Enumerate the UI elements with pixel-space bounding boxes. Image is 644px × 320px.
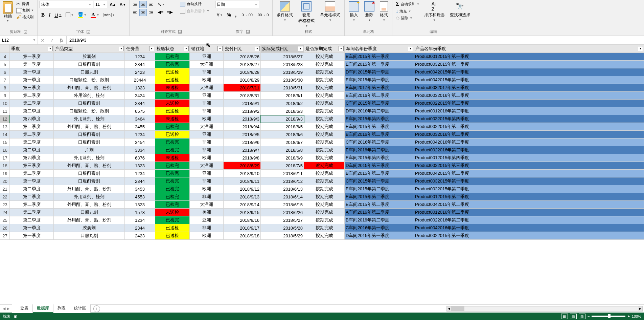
- cell[interactable]: 2018/6/26: [261, 209, 304, 216]
- cell[interactable]: A车间2016年第二季度: [345, 209, 414, 216]
- cell[interactable]: 口服丸剂: [54, 232, 125, 240]
- table-row[interactable]: 8第三季度外用酊、膏、贴、粉剂1323未送检大洋洲2018/7/112018/5…: [0, 84, 644, 92]
- cell[interactable]: 非洲: [190, 68, 224, 76]
- align-center-button[interactable]: [139, 9, 147, 16]
- cell[interactable]: 2018/9/13: [224, 193, 261, 201]
- cell[interactable]: C车间2015年第二季度: [345, 100, 414, 107]
- cell[interactable]: 按期完成: [304, 68, 345, 76]
- cell[interactable]: Product0042015年第二季度: [414, 170, 644, 177]
- cell[interactable]: 2018/8/29: [224, 76, 261, 84]
- insert-button[interactable]: 插入▼: [347, 1, 361, 22]
- cell[interactable]: 按期完成: [304, 76, 345, 84]
- align-left-button[interactable]: [132, 9, 139, 16]
- cell[interactable]: B车间2015年第二季度: [345, 170, 414, 177]
- cell[interactable]: 6876: [125, 154, 155, 162]
- filter-dropdown-icon[interactable]: ▼: [298, 46, 303, 51]
- cell[interactable]: 3424: [125, 92, 155, 100]
- table-row[interactable]: 26第一季度胶囊剂2344已送检非洲2018/9/172018/5/28按期完成…: [0, 224, 644, 232]
- cell[interactable]: 2018/6/7: [261, 138, 304, 146]
- cell[interactable]: 第二季度: [10, 193, 54, 201]
- cell[interactable]: 胶囊剂: [54, 224, 125, 232]
- cell[interactable]: E车间2015年第一季度: [345, 61, 414, 68]
- cell[interactable]: 2344: [125, 61, 155, 68]
- increase-decimal-button[interactable]: .0→.00: [239, 11, 254, 19]
- cell[interactable]: C车间2016年第一季度: [345, 224, 414, 232]
- cell[interactable]: Product0022015年第一季度: [414, 232, 644, 240]
- table-row[interactable]: 13第二季度外用酊、膏、贴、粉剂3455已检完大洋洲2018/9/42018/6…: [0, 123, 644, 131]
- cell[interactable]: 外用酊、膏、贴、粉剂: [54, 216, 125, 224]
- cell-status[interactable]: 未送检: [155, 84, 190, 92]
- align-bottom-button[interactable]: [147, 1, 155, 8]
- cell[interactable]: 3453: [125, 185, 155, 193]
- decrease-indent-button[interactable]: ◀≡: [156, 8, 165, 16]
- dialog-launcher[interactable]: [246, 30, 250, 34]
- cell[interactable]: 按期完成: [304, 216, 345, 224]
- row-header[interactable]: 23: [0, 201, 10, 209]
- align-top-button[interactable]: [132, 1, 139, 8]
- cell[interactable]: 23444: [125, 76, 155, 84]
- cell-status[interactable]: 已检完: [155, 193, 190, 201]
- normal-view-button[interactable]: ▦: [561, 314, 568, 319]
- cell[interactable]: 2018/9/6: [224, 138, 261, 146]
- cell[interactable]: 口服丸剂: [54, 209, 125, 216]
- cell[interactable]: 外用酊、膏、贴、粉剂: [54, 201, 125, 209]
- font-increase-button[interactable]: A▴: [108, 1, 117, 8]
- format-button[interactable]: 格式▼: [378, 1, 390, 22]
- table-row[interactable]: 24第二季度口服丸剂1578未送检美洲2018/9/152018/6/26按期完…: [0, 209, 644, 216]
- column-header[interactable]: 实际完成日期▼: [261, 45, 304, 53]
- cell[interactable]: 按期完成: [304, 154, 345, 162]
- cell-style-button[interactable]: 单元格样式▼: [318, 1, 342, 22]
- cell[interactable]: 口服丸剂: [54, 68, 125, 76]
- filter-dropdown-icon[interactable]: ▼: [217, 46, 223, 51]
- cell[interactable]: 2018/9/3: [261, 115, 304, 123]
- column-header[interactable]: 产品类型▼: [54, 45, 125, 53]
- cell[interactable]: 4553: [125, 193, 155, 201]
- zoom-out-button[interactable]: −: [588, 314, 590, 318]
- column-header[interactable]: 产品名年份季度▼: [414, 45, 644, 53]
- cell[interactable]: 欧洲: [190, 115, 224, 123]
- cell[interactable]: 2018/9/1: [224, 100, 261, 107]
- dialog-launcher[interactable]: [24, 30, 27, 34]
- cell[interactable]: Product0032015年第四季度: [414, 115, 644, 123]
- cell[interactable]: 2018/9/17: [224, 224, 261, 232]
- table-row[interactable]: 23第二季度外用酊、膏、贴、粉剂1323已检完大洋洲2018/9/142018/…: [0, 201, 644, 209]
- cell[interactable]: 第二季度: [10, 123, 54, 131]
- row-header[interactable]: 10: [0, 100, 10, 107]
- cell[interactable]: 第一季度: [10, 68, 54, 76]
- row-header[interactable]: 7: [0, 76, 10, 84]
- cell[interactable]: D车间2018年第二季度: [345, 107, 414, 115]
- cell[interactable]: Product0032017年第三季度: [414, 84, 644, 92]
- cell[interactable]: 非洲: [190, 138, 224, 146]
- dialog-launcher[interactable]: [87, 30, 90, 34]
- column-header[interactable]: 是否按期完成▼: [304, 45, 345, 53]
- cell[interactable]: 第一季度: [10, 232, 54, 240]
- row-header[interactable]: 6: [0, 68, 10, 76]
- select-all-cell[interactable]: [0, 45, 10, 53]
- table-row[interactable]: 20第一季度口服酊膏剂2344已检完非洲2018/9/112018/6/12按期…: [0, 177, 644, 185]
- cell[interactable]: 亚洲: [190, 216, 224, 224]
- cell[interactable]: 2018/9/3: [224, 115, 261, 123]
- cell[interactable]: 外用酊、膏、贴、粉剂: [54, 123, 125, 131]
- cell[interactable]: 2423: [125, 232, 155, 240]
- table-row[interactable]: 18第三季度外用酊、膏、贴、粉剂1323已检完大洋洲2018/6/292018/…: [0, 162, 644, 170]
- filter-dropdown-icon[interactable]: ▼: [339, 46, 344, 51]
- cell[interactable]: 口服颗粒、粉、散剂: [54, 107, 125, 115]
- cell[interactable]: 第二季度: [10, 138, 54, 146]
- cell[interactable]: 2018/6/15: [261, 201, 304, 209]
- cell[interactable]: 2018/5/27: [261, 53, 304, 61]
- cell[interactable]: 非洲: [190, 100, 224, 107]
- cell[interactable]: 2018/9/5: [224, 131, 261, 138]
- align-right-button[interactable]: [147, 9, 155, 16]
- currency-button[interactable]: ▼: [215, 11, 225, 19]
- worksheet-grid[interactable]: 季度▼产品类型▼任务量▼检验状态▼销往地▼交付日期▼实际完成日期▼是否按期完成▼…: [0, 45, 644, 304]
- cell-status[interactable]: 已送检: [155, 76, 190, 84]
- cell[interactable]: 2018/6/11: [261, 170, 304, 177]
- cell[interactable]: 欧洲: [190, 76, 224, 84]
- cell[interactable]: 1323: [125, 84, 155, 92]
- cell[interactable]: 1234: [125, 216, 155, 224]
- row-header[interactable]: 26: [0, 224, 10, 232]
- page-layout-view-button[interactable]: ▤: [570, 314, 577, 319]
- row-header[interactable]: 8: [0, 84, 10, 92]
- row-header[interactable]: 16: [0, 146, 10, 154]
- cell[interactable]: 片剂: [54, 146, 125, 154]
